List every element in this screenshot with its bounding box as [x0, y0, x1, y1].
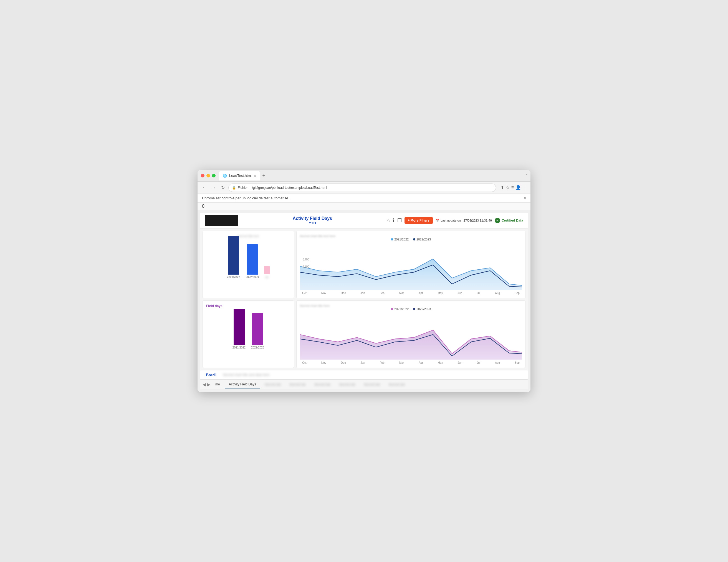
tab-strip: ◀ ▶ me Activity Field Days blurred tab b… — [200, 379, 528, 389]
bottom-right-legend: 2021/2022 2022/2023 — [300, 308, 522, 311]
bottom-right-title: blurred chart title here — [300, 304, 522, 308]
tab-blurred-5[interactable]: blurred tab — [360, 381, 384, 388]
address-separator: | — [249, 185, 250, 190]
legend-2122: 2021/2022 — [391, 238, 409, 241]
copy-icon[interactable]: ❐ — [397, 217, 402, 223]
top-right-legend: 2021/2022 2022/2023 — [300, 238, 522, 241]
legend-purple-2223: 2022/2023 — [413, 308, 431, 311]
bar-purple-2122 — [234, 309, 245, 345]
svg-text:4.0K: 4.0K — [302, 265, 309, 268]
bar-pink — [264, 266, 270, 274]
counter-value: 0 — [202, 204, 204, 208]
minimize-button[interactable] — [206, 174, 210, 177]
forward-button[interactable]: → — [210, 185, 218, 191]
top-right-x-labels: OctNovDecJan FebMarAprMay JunJulAugSep — [300, 291, 522, 295]
last-update: 📅 Last update on : 27/08/2023 11:31:40 — [436, 219, 492, 222]
bar-label-pink: blr — [265, 275, 269, 279]
address-bar: ← → ↻ 🔒 Fichier | /git/lgrosjean/pbi-loa… — [198, 181, 530, 194]
tab-blurred-1[interactable]: blurred tab — [261, 381, 285, 388]
last-update-value: 27/08/2023 11:31:40 — [464, 219, 492, 222]
tab-close-icon[interactable]: × — [254, 173, 256, 178]
top-left-title: blurred title text — [206, 234, 290, 238]
maximize-button[interactable] — [212, 174, 216, 177]
bar-label-2122: 2021/2022 — [227, 276, 240, 279]
window-controls — [201, 174, 216, 177]
legend-dot-2122 — [391, 238, 393, 240]
bookmark-icon[interactable]: ☆ — [506, 185, 510, 190]
report-title: Activity Field Days — [293, 216, 332, 221]
bar-group-purple-2: 2022/2023 — [251, 313, 264, 349]
tab-blurred-3[interactable]: blurred tab — [310, 381, 334, 388]
tab-icon: 🌐 — [223, 174, 227, 178]
bar-label-purple-2122: 2021/2022 — [232, 346, 246, 349]
new-tab-button[interactable]: + — [262, 172, 266, 179]
refresh-button[interactable]: ↻ — [220, 184, 226, 191]
legend-dot-purple-2223 — [413, 308, 415, 310]
tab-blurred-2[interactable]: blurred tab — [286, 381, 309, 388]
address-label: Fichier — [238, 186, 248, 190]
more-filters-button[interactable]: + More Filters — [405, 217, 433, 224]
brazil-label: Brazil — [203, 372, 220, 378]
info-icon[interactable]: ℹ — [393, 217, 395, 223]
top-right-title: blurred chart title text here — [300, 234, 522, 238]
bar-group-3: blr — [264, 266, 270, 279]
browser-window: 🌐 LoadTest.html × + ˅ ← → ↻ 🔒 Fichier | … — [198, 170, 530, 392]
notification-close[interactable]: × — [524, 196, 526, 200]
bar-label-purple-2223: 2022/2023 — [251, 346, 264, 349]
bar-2223 — [247, 244, 258, 274]
report-logo — [205, 215, 238, 226]
report-subtitle: YTD — [293, 221, 332, 225]
menu-icon[interactable]: ≡ — [511, 185, 514, 190]
lock-icon: 🔒 — [232, 186, 236, 190]
svg-marker-0 — [300, 259, 522, 290]
bar-2122 — [228, 236, 239, 274]
bar-chart-bottom: 2021/2022 2022/2023 — [206, 310, 290, 355]
top-right-svg: 5.0K 4.0K — [300, 243, 522, 290]
brazil-blurred: blurred chart title and data here — [220, 373, 525, 377]
tab-home[interactable]: me — [211, 381, 224, 389]
report-actions: ⌂ ℹ ❐ + More Filters 📅 Last update on : … — [387, 217, 523, 224]
share-icon[interactable]: ⬆ — [501, 185, 504, 190]
bottom-right-svg — [300, 313, 522, 360]
calendar-icon: 📅 — [436, 219, 439, 222]
tab-activity-field-days[interactable]: Activity Field Days — [225, 381, 260, 389]
dots-icon[interactable]: ⋮ — [523, 185, 527, 190]
bar-group-2: 2022/2023 — [246, 244, 259, 279]
close-button[interactable] — [201, 174, 204, 177]
pbi-report: Activity Field Days YTD ⌂ ℹ ❐ + More Fil… — [200, 213, 528, 389]
report-title-block: Activity Field Days YTD — [293, 216, 332, 225]
tab-title: LoadTest.html — [229, 173, 252, 178]
top-right-chart: blurred chart title text here 2021/2022 … — [296, 231, 525, 298]
bar-purple-2223 — [252, 313, 263, 345]
bar-chart-top: 2021/2022 2022/2023 blr — [206, 240, 290, 284]
pbi-container: Activity Field Days YTD ⌂ ℹ ❐ + More Fil… — [198, 210, 530, 392]
bar-group-1: 2021/2022 — [227, 236, 240, 279]
tab-blurred-4[interactable]: blurred tab — [335, 381, 359, 388]
notification-bar: Chrome est contrôlé par un logiciel de t… — [198, 194, 530, 203]
bottom-right-chart: blurred chart title here 2021/2022 2022/… — [296, 301, 525, 368]
back-button[interactable]: ← — [201, 185, 208, 191]
home-icon[interactable]: ⌂ — [387, 218, 390, 223]
top-left-chart: blurred title text 2021/2022 2022/2023 — [203, 231, 294, 298]
profile-icon[interactable]: 👤 — [515, 185, 521, 190]
legend-pink-2122: 2021/2022 — [391, 308, 409, 311]
tab-blurred-6[interactable]: blurred tab — [385, 381, 409, 388]
certified-label: Certified Data — [502, 218, 523, 222]
page-counter: 0 — [198, 203, 530, 210]
title-bar: 🌐 LoadTest.html × + ˅ — [198, 170, 530, 181]
address-icons: ⬆ ☆ ≡ 👤 ⋮ — [501, 185, 527, 190]
certified-icon: ✓ — [495, 218, 500, 223]
tab-prev-button[interactable]: ◀ — [203, 382, 206, 387]
report-header: Activity Field Days YTD ⌂ ℹ ❐ + More Fil… — [200, 213, 528, 228]
legend-2223: 2022/2023 — [413, 238, 431, 241]
address-field[interactable]: 🔒 Fichier | /git/lgrosjean/pbi-load-test… — [228, 183, 496, 192]
svg-text:5.0K: 5.0K — [302, 258, 309, 261]
chevron-icon: ˅ — [525, 173, 527, 178]
legend-dot-pink-2122 — [391, 308, 393, 310]
bottom-left-chart: Field days 2021/2022 2022/2023 — [203, 301, 294, 368]
tab-next-button[interactable]: ▶ — [207, 382, 210, 387]
legend-dot-2223 — [413, 238, 415, 240]
tab-bar: 🌐 LoadTest.html × + — [219, 171, 525, 180]
active-tab[interactable]: 🌐 LoadTest.html × — [219, 171, 260, 180]
bar-group-purple-1: 2021/2022 — [232, 309, 246, 349]
